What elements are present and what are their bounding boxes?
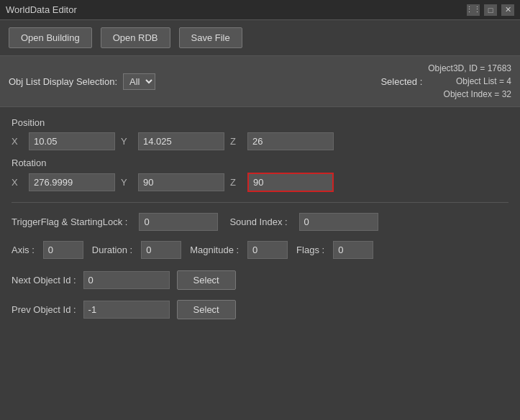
duration-label: Duration : <box>92 245 132 255</box>
trigger-flag-label: TriggerFlag & StartingLock : <box>12 216 127 227</box>
obj-list-label: Obj List Display Selection: <box>9 76 117 87</box>
selected-info: Object3D, ID = 17683 Object List = 4 Obj… <box>428 62 511 101</box>
title-bar: WorldData Editor ⋮⋮ □ ✕ <box>0 0 520 20</box>
menu-icon-btn[interactable]: ⋮⋮ <box>467 4 480 16</box>
magnitude-label: Magnitude : <box>190 245 239 255</box>
rotation-row: X Y Z <box>12 173 508 192</box>
position-label: Position <box>12 117 508 128</box>
position-y-label: Y <box>121 136 132 147</box>
position-z-label: Z <box>230 136 242 147</box>
title-text: WorldData Editor <box>6 4 77 15</box>
position-section: Position X Y Z <box>12 117 508 150</box>
sound-index-label: Sound Index : <box>229 216 287 227</box>
obj-list-select[interactable]: All <box>123 73 155 90</box>
info-bar: Obj List Display Selection: All Selected… <box>0 56 520 107</box>
obj-list-section: Obj List Display Selection: All <box>9 73 155 90</box>
misc-row: Axis : Duration : Magnitude : Flags : <box>12 241 508 259</box>
rotation-x-input[interactable] <box>29 173 115 191</box>
duration-input[interactable] <box>141 241 181 259</box>
next-object-input[interactable] <box>83 271 170 289</box>
maximize-button[interactable]: □ <box>484 4 497 16</box>
selected-line1: Object3D, ID = 17683 <box>428 62 511 75</box>
next-object-row: Next Object Id : Select <box>12 270 508 290</box>
flag-sound-row: TriggerFlag & StartingLock : Sound Index… <box>12 213 508 231</box>
save-file-button[interactable]: Save File <box>179 27 242 48</box>
trigger-flag-input[interactable] <box>139 213 218 231</box>
prev-object-label: Prev Object Id : <box>12 304 76 315</box>
rotation-z-input[interactable] <box>247 173 334 192</box>
next-object-label: Next Object Id : <box>12 275 76 286</box>
flags-input[interactable] <box>333 241 373 259</box>
position-x-input[interactable] <box>29 132 115 150</box>
flags-label: Flags : <box>296 245 324 255</box>
prev-object-input[interactable] <box>83 301 170 319</box>
main-content: Position X Y Z Rotation X Y Z TriggerFla… <box>0 107 520 339</box>
rotation-label: Rotation <box>12 158 508 168</box>
rotation-y-input[interactable] <box>138 173 224 191</box>
selected-line2: Object List = 4 <box>428 75 511 88</box>
axis-label: Axis : <box>12 245 35 255</box>
position-y-input[interactable] <box>138 132 224 150</box>
rotation-z-label: Z <box>230 177 242 188</box>
magnitude-input[interactable] <box>247 241 288 259</box>
close-button[interactable]: ✕ <box>501 4 514 16</box>
rotation-x-label: X <box>12 177 23 188</box>
title-controls: ⋮⋮ □ ✕ <box>467 4 514 16</box>
selected-label: Selected : <box>380 76 422 87</box>
rotation-y-label: Y <box>121 177 132 188</box>
sound-index-input[interactable] <box>299 213 378 231</box>
open-building-button[interactable]: Open Building <box>9 27 92 48</box>
prev-object-row: Prev Object Id : Select <box>12 300 508 319</box>
toolbar: Open Building Open RDB Save File <box>0 20 520 56</box>
position-x-label: X <box>12 136 23 147</box>
prev-object-select-button[interactable]: Select <box>177 300 236 319</box>
next-object-select-button[interactable]: Select <box>177 270 236 290</box>
selected-line3: Object Index = 32 <box>428 88 511 101</box>
position-row: X Y Z <box>12 132 508 150</box>
axis-input[interactable] <box>43 241 83 259</box>
position-z-input[interactable] <box>247 132 334 150</box>
open-rdb-button[interactable]: Open RDB <box>101 27 170 48</box>
rotation-section: Rotation X Y Z <box>12 158 508 192</box>
